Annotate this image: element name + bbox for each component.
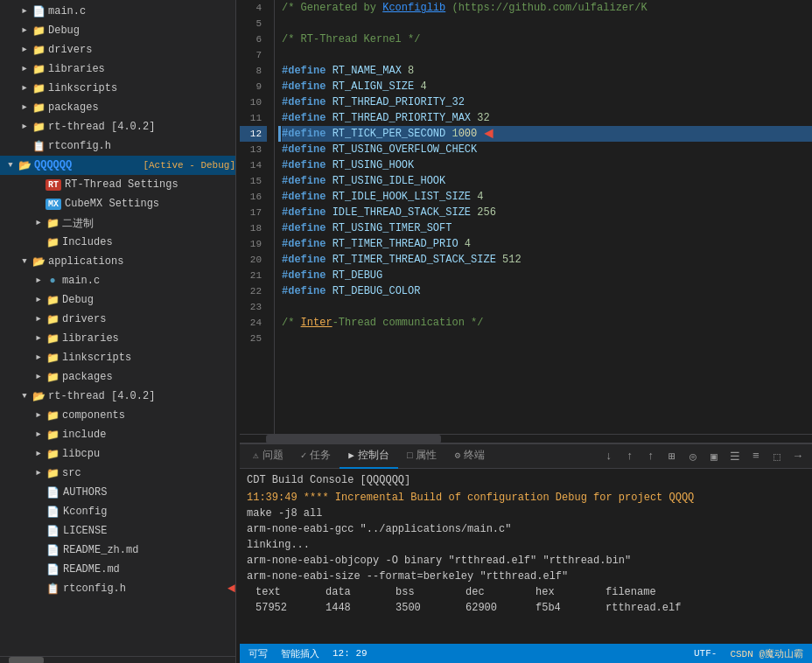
sidebar-item-debug-top[interactable]: ► 📁 Debug: [0, 21, 235, 40]
panel-action-menu[interactable]: ☰: [725, 447, 745, 466]
sidebar-hscrollbar-thumb[interactable]: [9, 657, 44, 663]
arrow-icon: ►: [32, 373, 46, 381]
panel-action-menu2[interactable]: ≡: [746, 447, 766, 466]
sidebar-item-label: libcpu: [62, 448, 235, 460]
sidebar-item-label: LICENSE: [63, 525, 235, 537]
folder-icon: 📁: [46, 371, 60, 384]
sidebar-item-rt-thread-settings[interactable]: ► RT RT-Thread Settings: [0, 175, 235, 194]
sidebar-item-components[interactable]: ► 📁 components: [0, 406, 235, 425]
sidebar-item-main-c[interactable]: ► ● main.c: [0, 271, 235, 290]
problems-icon: ⚠: [253, 450, 259, 461]
active-badge: [Active - Debug]: [143, 160, 235, 171]
sidebar-item-packages[interactable]: ► 📁 packages: [0, 98, 235, 117]
sidebar-item-src[interactable]: ► 📁 src: [0, 464, 235, 483]
code-line-12: #define RT_TICK_PER_SECOND 1000 ◄: [282, 126, 812, 142]
sidebar-item-label: applications: [48, 255, 235, 268]
sidebar-item-linkscripts2[interactable]: ► 📁 linkscripts: [0, 348, 235, 367]
sidebar-hscrollbar[interactable]: [0, 656, 235, 663]
line-num-24: 24: [240, 315, 267, 331]
file-txt-icon: 📄: [46, 486, 60, 499]
sidebar-item-libcpu[interactable]: ► 📁 libcpu: [0, 444, 235, 464]
code-line-4: /* Generated by Kconfiglib (https://gith…: [282, 0, 812, 16]
line-num-13: 13: [240, 142, 267, 157]
sidebar-item-includes[interactable]: ► 📁 Includes: [0, 233, 235, 252]
tab-problems[interactable]: ⚠ 问题: [244, 444, 292, 469]
panel-action-box[interactable]: ⬚: [767, 447, 787, 466]
line-num-9: 9: [240, 79, 267, 94]
terminal-icon: ⚙: [454, 450, 460, 461]
arrow-icon: ►: [32, 353, 46, 362]
console-content[interactable]: CDT Build Console [QQQQQQ] 11:39:49 ****…: [240, 469, 812, 644]
code-line-16: #define RT_IDLE_HOOK_LIST_SIZE 4: [282, 189, 812, 205]
sidebar-item-authors[interactable]: 📄 AUTHORS: [0, 483, 235, 502]
line-num-18: 18: [240, 220, 267, 236]
panel-action-arrow[interactable]: →: [788, 447, 808, 466]
sidebar-item-include[interactable]: ► 📁 include: [0, 425, 235, 444]
code-line-21: #define RT_DEBUG: [282, 268, 812, 283]
line-num-15: 15: [240, 173, 267, 189]
line-num-7: 7: [240, 47, 267, 63]
panel-action-up2[interactable]: ↑: [641, 447, 661, 466]
tab-console[interactable]: ▶ 控制台: [340, 444, 398, 469]
tab-terminal[interactable]: ⚙ 终端: [445, 444, 494, 469]
sidebar-item-cubemx-settings[interactable]: ► MX CubeMX Settings: [0, 194, 235, 213]
sidebar-item-label: packages: [62, 371, 235, 383]
sidebar-item-applications[interactable]: ▼ 📂 applications: [0, 252, 235, 271]
status-position: 12: 29: [332, 648, 368, 659]
sidebar: ► 📄 main.c ► 📁 Debug ► 📁 drivers: [0, 0, 236, 663]
panel-action-search[interactable]: ◎: [683, 447, 703, 466]
sidebar-item-binary[interactable]: ► 📁 二进制: [0, 213, 235, 233]
sidebar-item-rtconfig-h-active[interactable]: ► 📋 rtconfig.h ◄: [0, 579, 235, 598]
sidebar-item-label: README_zh.md: [63, 544, 235, 556]
file-md-icon: 📄: [46, 563, 60, 576]
sidebar-item-drivers[interactable]: ► 📁 drivers: [0, 40, 235, 59]
arrow-icon: ▼: [18, 392, 32, 401]
panel-action-pin[interactable]: ▣: [704, 447, 724, 466]
status-watermark: CSDN @魔动山霸: [730, 647, 803, 660]
tasks-icon: ✓: [301, 450, 307, 461]
sidebar-item-label: Debug: [62, 294, 235, 306]
sidebar-item-label: Kconfig: [63, 506, 235, 518]
red-arrow-code: ◄: [484, 126, 494, 142]
sidebar-item-drivers2[interactable]: ► 📁 drivers: [0, 310, 235, 329]
panel-action-copy[interactable]: ⊞: [662, 447, 682, 466]
sidebar-item-license[interactable]: 📄 LICENSE: [0, 521, 235, 541]
sidebar-item-label: drivers: [48, 44, 235, 56]
code-hscrollbar-thumb[interactable]: [266, 435, 441, 443]
folder-open-icon: 📂: [32, 390, 46, 403]
sidebar-tree: ► 📄 main.c ► 📁 Debug ► 📁 drivers: [0, 0, 235, 656]
sidebar-item-main-c-top[interactable]: ► 📄 main.c: [0, 2, 235, 21]
folder-icon: 📁: [46, 448, 60, 461]
sidebar-item-readme[interactable]: 📄 README.md: [0, 560, 235, 579]
panel-action-down[interactable]: ↓: [599, 447, 619, 466]
sidebar-item-label: rtconfig.h: [63, 583, 224, 595]
code-content[interactable]: /* Generated by Kconfiglib (https://gith…: [275, 0, 812, 434]
sidebar-item-rt-thread2[interactable]: ▼ 📂 rt-thread [4.0.2]: [0, 387, 235, 406]
sidebar-item-linkscripts[interactable]: ► 📁 linkscripts: [0, 79, 235, 98]
panel-action-up[interactable]: ↑: [620, 447, 640, 466]
code-line-8: #define RT_NAME_MAX 8: [282, 63, 812, 79]
sidebar-item-label: drivers: [62, 313, 235, 325]
sidebar-item-readme-zh[interactable]: 📄 README_zh.md: [0, 541, 235, 560]
status-encoding: UTF-: [694, 648, 717, 659]
code-hscrollbar[interactable]: [240, 434, 812, 443]
sidebar-item-libraries[interactable]: ► 📁 libraries: [0, 59, 235, 79]
sidebar-item-qqqqqq[interactable]: ▼ 📂 QQQQQQ [Active - Debug]: [0, 156, 235, 175]
sidebar-item-debug[interactable]: ► 📁 Debug: [0, 290, 235, 310]
sidebar-item-libraries2[interactable]: ► 📁 libraries: [0, 329, 235, 348]
sidebar-item-packages2[interactable]: ► 📁 packages: [0, 367, 235, 387]
tab-properties[interactable]: □ 属性: [398, 444, 446, 469]
sidebar-item-label: rt-thread [4.0.2]: [48, 121, 235, 133]
tab-tasks[interactable]: ✓ 任务: [292, 444, 340, 469]
sidebar-item-rt-thread-top[interactable]: ► 📁 rt-thread [4.0.2]: [0, 117, 235, 136]
sidebar-item-rtconfig-h-top[interactable]: ► 📋 rtconfig.h: [0, 136, 235, 156]
line-indicator: [278, 126, 281, 142]
line-num-20: 20: [240, 252, 267, 268]
sidebar-item-kconfig[interactable]: 📄 Kconfig: [0, 502, 235, 521]
folder-icon: 📁: [46, 294, 60, 307]
arrow-icon: ►: [18, 65, 32, 73]
code-line-24: /* Inter-Thread communication */: [282, 315, 812, 331]
sidebar-item-label: RT-Thread Settings: [65, 178, 235, 191]
status-writable: 可写: [248, 647, 268, 660]
code-line-23: [282, 299, 812, 315]
